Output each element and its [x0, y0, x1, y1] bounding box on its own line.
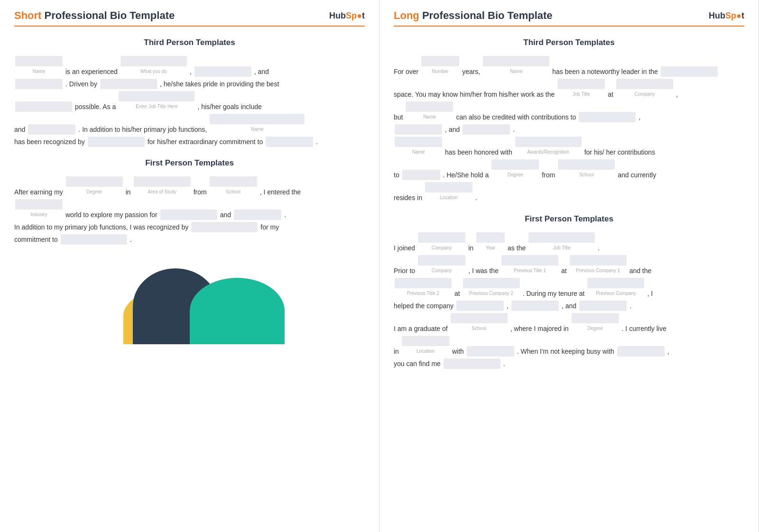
long-first-line1: I joined Company in Year as the Job Titl…	[394, 232, 744, 253]
field-blank4[interactable]	[15, 101, 72, 112]
field-name[interactable]: Name	[15, 56, 63, 77]
field-blank-l3a[interactable]	[579, 112, 636, 122]
long-third-line2: space. You may know him/her from his/her…	[394, 79, 744, 100]
field-areastudy[interactable]: Area of Study	[134, 176, 191, 197]
short-title: Short Professional Bio Template	[14, 9, 175, 22]
field-long-location[interactable]: Location	[425, 182, 472, 203]
short-first-line1: After earning my Degree in Area of Study…	[14, 176, 365, 197]
field-blank-l6a[interactable]	[402, 170, 440, 180]
short-first-heading: First Person Templates	[14, 158, 365, 168]
field-lf-prevcompany2[interactable]: Previous Company 2	[463, 278, 520, 299]
field-lf-prevtitle2[interactable]: Previous Title 2	[395, 278, 452, 299]
long-first-line4: helped the company , , and .	[394, 301, 744, 311]
field-school[interactable]: School	[210, 176, 257, 197]
field-blank9[interactable]	[234, 210, 281, 220]
field-blank5[interactable]	[28, 124, 75, 135]
long-third-line7: resides in Location .	[394, 182, 744, 203]
long-first-template: I joined Company in Year as the Job Titl…	[394, 232, 744, 369]
long-first-line2: Prior to Company , I was the Previous Ti…	[394, 255, 744, 276]
field-lf-school[interactable]: School	[451, 313, 508, 334]
short-panel: Short Professional Bio Template HubSp●t …	[0, 0, 380, 532]
long-first-line3: Previous Title 2 at Previous Company 2 .…	[394, 278, 744, 299]
field-company[interactable]: Company	[616, 79, 673, 100]
field-industry[interactable]: Industry	[15, 199, 63, 220]
field-blank-l4a[interactable]	[395, 124, 442, 135]
long-third-line4: , and .	[394, 124, 744, 135]
short-third-template: Name is an experienced What you do , , a…	[14, 56, 365, 147]
long-first-line5: I am a graduate of School , where I majo…	[394, 313, 744, 334]
field-lf-blank3[interactable]	[579, 301, 627, 311]
shape-container	[95, 259, 285, 344]
long-first-line6: in Location with . When I'm not keeping …	[394, 336, 744, 357]
field-long-degree[interactable]: Degree	[491, 159, 539, 180]
short-third-line4: and . In addition to his/her primary job…	[14, 114, 365, 135]
long-title: Long Professional Bio Template	[394, 9, 553, 22]
short-third-line1: Name is an experienced What you do , , a…	[14, 56, 365, 77]
field-jobtitle[interactable]: Job Title	[557, 79, 605, 100]
field-blank8[interactable]	[160, 210, 217, 220]
long-third-template: For over Number years, Name has been a n…	[394, 56, 744, 203]
long-header: Long Professional Bio Template HubSp●t	[394, 9, 744, 27]
field-whatyoudo[interactable]: What you do	[120, 56, 187, 77]
long-third-line1: For over Number years, Name has been a n…	[394, 56, 744, 77]
short-first-line4: commitment to .	[14, 234, 365, 245]
short-first-template: After earning my Degree in Area of Study…	[14, 176, 365, 245]
long-first-heading: First Person Templates	[394, 214, 744, 224]
short-third-heading: Third Person Templates	[14, 38, 365, 47]
short-hubspot-logo: HubSp●t	[329, 11, 365, 21]
field-lf-blank2[interactable]	[511, 301, 559, 311]
short-third-line5: has been recognized by for his/her extra…	[14, 137, 365, 147]
field-lf-company[interactable]: Company	[418, 232, 465, 253]
shape-teal	[190, 278, 285, 344]
short-accent: Short	[14, 9, 41, 21]
field-lf-blank5[interactable]	[617, 346, 665, 357]
field-blank1[interactable]	[194, 66, 251, 77]
field-lf-prevcompany1[interactable]: Previous Company 1	[570, 255, 627, 276]
name-box[interactable]	[15, 56, 63, 66]
field-long-school[interactable]: School	[558, 159, 615, 180]
field-lf-company2[interactable]: Company	[418, 255, 465, 276]
field-blank-l1[interactable]	[661, 66, 718, 77]
field-blank6[interactable]	[88, 137, 145, 147]
field-lf-prevcompany[interactable]: Previous Company	[587, 278, 644, 299]
long-accent: Long	[394, 9, 419, 21]
field-lf-jobtitle[interactable]: Job Title	[528, 232, 595, 253]
field-long-name2[interactable]: Name	[406, 101, 453, 122]
field-blank10[interactable]	[191, 222, 258, 232]
field-blank11[interactable]	[61, 234, 127, 245]
short-first-line2: Industry world to explore my passion for…	[14, 199, 365, 220]
field-long-name3[interactable]: Name	[395, 137, 442, 157]
field-lf-degree[interactable]: Degree	[572, 313, 619, 334]
field-lf-blank4[interactable]	[467, 346, 514, 357]
field-long-name[interactable]: Name	[483, 56, 549, 77]
field-entertitle[interactable]: Enter Job Title Here	[119, 91, 194, 112]
long-third-line3: but Name can also be credited with contr…	[394, 101, 744, 122]
field-lf-location[interactable]: Location	[402, 336, 449, 357]
long-third-line5: Name has been honored with Awards/Recogn…	[394, 137, 744, 157]
short-third-line2: . Driven by , he/she takes pride in prov…	[14, 79, 365, 89]
field-blank3[interactable]	[100, 79, 157, 89]
field-number[interactable]: Number	[421, 56, 459, 77]
field-blank7[interactable]	[266, 137, 313, 147]
short-first-line3: In addition to my primary job functions,…	[14, 222, 365, 232]
field-name2[interactable]: Name	[210, 114, 305, 135]
field-blank-l4b[interactable]	[463, 124, 510, 135]
short-third-line3: possible. As a Enter Job Title Here , hi…	[14, 91, 365, 112]
field-lf-blank6[interactable]	[444, 358, 500, 369]
field-lf-prevtitle1[interactable]: Previous Title 1	[501, 255, 558, 276]
long-panel: Long Professional Bio Template HubSp●t T…	[380, 0, 759, 532]
long-third-heading: Third Person Templates	[394, 38, 744, 47]
field-awards[interactable]: Awards/Recognition	[515, 137, 582, 157]
bottom-illustration	[14, 259, 365, 344]
field-lf-blank1[interactable]	[456, 301, 504, 311]
long-hubspot-logo: HubSp●t	[709, 11, 744, 21]
field-blank2[interactable]	[15, 79, 63, 89]
field-lf-year[interactable]: Year	[476, 232, 505, 253]
short-header: Short Professional Bio Template HubSp●t	[14, 9, 365, 27]
field-degree[interactable]: Degree	[66, 176, 123, 197]
long-third-line6: to . He/She hold a Degree from School an…	[394, 159, 744, 180]
long-first-line7: you can find me .	[394, 358, 744, 369]
